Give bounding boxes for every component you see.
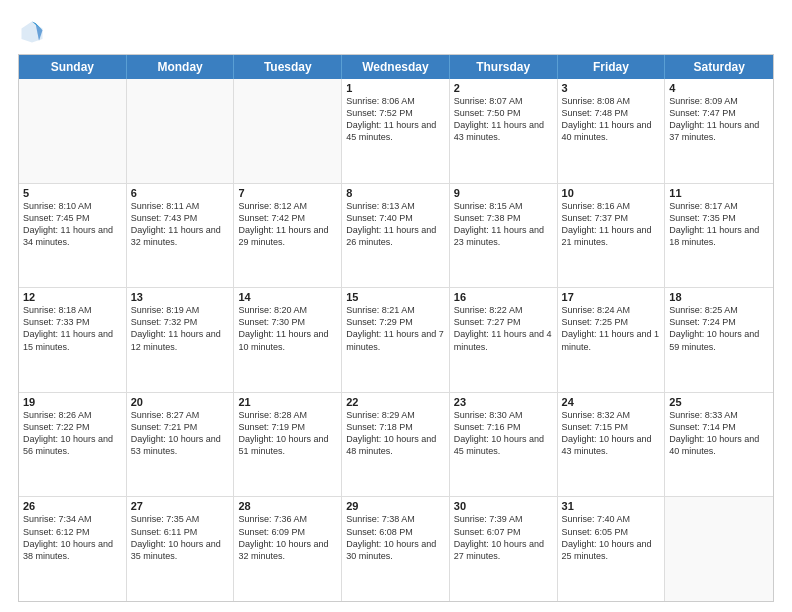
day-number: 1 <box>346 82 445 94</box>
calendar-cell-15: 15Sunrise: 8:21 AM Sunset: 7:29 PM Dayli… <box>342 288 450 392</box>
day-number: 17 <box>562 291 661 303</box>
day-number: 23 <box>454 396 553 408</box>
cell-info: Sunrise: 7:40 AM Sunset: 6:05 PM Dayligh… <box>562 513 661 562</box>
calendar-cell-12: 12Sunrise: 8:18 AM Sunset: 7:33 PM Dayli… <box>19 288 127 392</box>
cell-info: Sunrise: 8:16 AM Sunset: 7:37 PM Dayligh… <box>562 200 661 249</box>
day-number: 18 <box>669 291 769 303</box>
calendar-header: SundayMondayTuesdayWednesdayThursdayFrid… <box>19 55 773 79</box>
day-number: 27 <box>131 500 230 512</box>
calendar-cell-7: 7Sunrise: 8:12 AM Sunset: 7:42 PM Daylig… <box>234 184 342 288</box>
cell-info: Sunrise: 7:34 AM Sunset: 6:12 PM Dayligh… <box>23 513 122 562</box>
calendar-cell-30: 30Sunrise: 7:39 AM Sunset: 6:07 PM Dayli… <box>450 497 558 601</box>
calendar-cell-17: 17Sunrise: 8:24 AM Sunset: 7:25 PM Dayli… <box>558 288 666 392</box>
cell-info: Sunrise: 8:26 AM Sunset: 7:22 PM Dayligh… <box>23 409 122 458</box>
cell-info: Sunrise: 7:39 AM Sunset: 6:07 PM Dayligh… <box>454 513 553 562</box>
day-number: 24 <box>562 396 661 408</box>
weekday-header-tuesday: Tuesday <box>234 55 342 79</box>
calendar-cell-21: 21Sunrise: 8:28 AM Sunset: 7:19 PM Dayli… <box>234 393 342 497</box>
cell-info: Sunrise: 8:13 AM Sunset: 7:40 PM Dayligh… <box>346 200 445 249</box>
calendar-cell-31: 31Sunrise: 7:40 AM Sunset: 6:05 PM Dayli… <box>558 497 666 601</box>
day-number: 4 <box>669 82 769 94</box>
day-number: 15 <box>346 291 445 303</box>
calendar-cell-3: 3Sunrise: 8:08 AM Sunset: 7:48 PM Daylig… <box>558 79 666 183</box>
cell-info: Sunrise: 8:15 AM Sunset: 7:38 PM Dayligh… <box>454 200 553 249</box>
cell-info: Sunrise: 8:10 AM Sunset: 7:45 PM Dayligh… <box>23 200 122 249</box>
day-number: 10 <box>562 187 661 199</box>
cell-info: Sunrise: 8:29 AM Sunset: 7:18 PM Dayligh… <box>346 409 445 458</box>
day-number: 11 <box>669 187 769 199</box>
cell-info: Sunrise: 8:20 AM Sunset: 7:30 PM Dayligh… <box>238 304 337 353</box>
weekday-header-saturday: Saturday <box>665 55 773 79</box>
cell-info: Sunrise: 8:21 AM Sunset: 7:29 PM Dayligh… <box>346 304 445 353</box>
weekday-header-wednesday: Wednesday <box>342 55 450 79</box>
day-number: 25 <box>669 396 769 408</box>
calendar-cell-28: 28Sunrise: 7:36 AM Sunset: 6:09 PM Dayli… <box>234 497 342 601</box>
calendar-cell-18: 18Sunrise: 8:25 AM Sunset: 7:24 PM Dayli… <box>665 288 773 392</box>
cell-info: Sunrise: 8:07 AM Sunset: 7:50 PM Dayligh… <box>454 95 553 144</box>
page: SundayMondayTuesdayWednesdayThursdayFrid… <box>0 0 792 612</box>
calendar-cell-8: 8Sunrise: 8:13 AM Sunset: 7:40 PM Daylig… <box>342 184 450 288</box>
weekday-header-sunday: Sunday <box>19 55 127 79</box>
calendar-cell-26: 26Sunrise: 7:34 AM Sunset: 6:12 PM Dayli… <box>19 497 127 601</box>
calendar-body: 1Sunrise: 8:06 AM Sunset: 7:52 PM Daylig… <box>19 79 773 601</box>
day-number: 28 <box>238 500 337 512</box>
day-number: 6 <box>131 187 230 199</box>
calendar-cell-19: 19Sunrise: 8:26 AM Sunset: 7:22 PM Dayli… <box>19 393 127 497</box>
weekday-header-thursday: Thursday <box>450 55 558 79</box>
calendar-cell-23: 23Sunrise: 8:30 AM Sunset: 7:16 PM Dayli… <box>450 393 558 497</box>
calendar-cell-6: 6Sunrise: 8:11 AM Sunset: 7:43 PM Daylig… <box>127 184 235 288</box>
cell-info: Sunrise: 7:38 AM Sunset: 6:08 PM Dayligh… <box>346 513 445 562</box>
day-number: 26 <box>23 500 122 512</box>
day-number: 3 <box>562 82 661 94</box>
calendar-cell-empty-0-1 <box>127 79 235 183</box>
cell-info: Sunrise: 8:11 AM Sunset: 7:43 PM Dayligh… <box>131 200 230 249</box>
calendar-cell-20: 20Sunrise: 8:27 AM Sunset: 7:21 PM Dayli… <box>127 393 235 497</box>
cell-info: Sunrise: 8:27 AM Sunset: 7:21 PM Dayligh… <box>131 409 230 458</box>
calendar-cell-14: 14Sunrise: 8:20 AM Sunset: 7:30 PM Dayli… <box>234 288 342 392</box>
calendar-cell-27: 27Sunrise: 7:35 AM Sunset: 6:11 PM Dayli… <box>127 497 235 601</box>
calendar-cell-1: 1Sunrise: 8:06 AM Sunset: 7:52 PM Daylig… <box>342 79 450 183</box>
weekday-header-friday: Friday <box>558 55 666 79</box>
calendar-row-3: 19Sunrise: 8:26 AM Sunset: 7:22 PM Dayli… <box>19 393 773 498</box>
calendar-cell-2: 2Sunrise: 8:07 AM Sunset: 7:50 PM Daylig… <box>450 79 558 183</box>
day-number: 16 <box>454 291 553 303</box>
day-number: 31 <box>562 500 661 512</box>
calendar-cell-29: 29Sunrise: 7:38 AM Sunset: 6:08 PM Dayli… <box>342 497 450 601</box>
calendar-row-0: 1Sunrise: 8:06 AM Sunset: 7:52 PM Daylig… <box>19 79 773 184</box>
calendar-row-4: 26Sunrise: 7:34 AM Sunset: 6:12 PM Dayli… <box>19 497 773 601</box>
day-number: 30 <box>454 500 553 512</box>
calendar-cell-4: 4Sunrise: 8:09 AM Sunset: 7:47 PM Daylig… <box>665 79 773 183</box>
cell-info: Sunrise: 8:08 AM Sunset: 7:48 PM Dayligh… <box>562 95 661 144</box>
cell-info: Sunrise: 8:12 AM Sunset: 7:42 PM Dayligh… <box>238 200 337 249</box>
cell-info: Sunrise: 8:30 AM Sunset: 7:16 PM Dayligh… <box>454 409 553 458</box>
day-number: 5 <box>23 187 122 199</box>
calendar-cell-24: 24Sunrise: 8:32 AM Sunset: 7:15 PM Dayli… <box>558 393 666 497</box>
calendar-cell-empty-0-0 <box>19 79 127 183</box>
calendar-row-1: 5Sunrise: 8:10 AM Sunset: 7:45 PM Daylig… <box>19 184 773 289</box>
cell-info: Sunrise: 8:28 AM Sunset: 7:19 PM Dayligh… <box>238 409 337 458</box>
calendar-cell-13: 13Sunrise: 8:19 AM Sunset: 7:32 PM Dayli… <box>127 288 235 392</box>
day-number: 7 <box>238 187 337 199</box>
cell-info: Sunrise: 8:25 AM Sunset: 7:24 PM Dayligh… <box>669 304 769 353</box>
calendar-cell-22: 22Sunrise: 8:29 AM Sunset: 7:18 PM Dayli… <box>342 393 450 497</box>
calendar: SundayMondayTuesdayWednesdayThursdayFrid… <box>18 54 774 602</box>
cell-info: Sunrise: 8:22 AM Sunset: 7:27 PM Dayligh… <box>454 304 553 353</box>
weekday-header-monday: Monday <box>127 55 235 79</box>
day-number: 2 <box>454 82 553 94</box>
day-number: 12 <box>23 291 122 303</box>
day-number: 21 <box>238 396 337 408</box>
logo-icon <box>18 18 46 46</box>
day-number: 14 <box>238 291 337 303</box>
calendar-cell-16: 16Sunrise: 8:22 AM Sunset: 7:27 PM Dayli… <box>450 288 558 392</box>
calendar-cell-11: 11Sunrise: 8:17 AM Sunset: 7:35 PM Dayli… <box>665 184 773 288</box>
cell-info: Sunrise: 8:33 AM Sunset: 7:14 PM Dayligh… <box>669 409 769 458</box>
cell-info: Sunrise: 8:24 AM Sunset: 7:25 PM Dayligh… <box>562 304 661 353</box>
cell-info: Sunrise: 8:17 AM Sunset: 7:35 PM Dayligh… <box>669 200 769 249</box>
day-number: 9 <box>454 187 553 199</box>
day-number: 29 <box>346 500 445 512</box>
day-number: 19 <box>23 396 122 408</box>
calendar-cell-5: 5Sunrise: 8:10 AM Sunset: 7:45 PM Daylig… <box>19 184 127 288</box>
calendar-cell-10: 10Sunrise: 8:16 AM Sunset: 7:37 PM Dayli… <box>558 184 666 288</box>
calendar-cell-25: 25Sunrise: 8:33 AM Sunset: 7:14 PM Dayli… <box>665 393 773 497</box>
day-number: 13 <box>131 291 230 303</box>
